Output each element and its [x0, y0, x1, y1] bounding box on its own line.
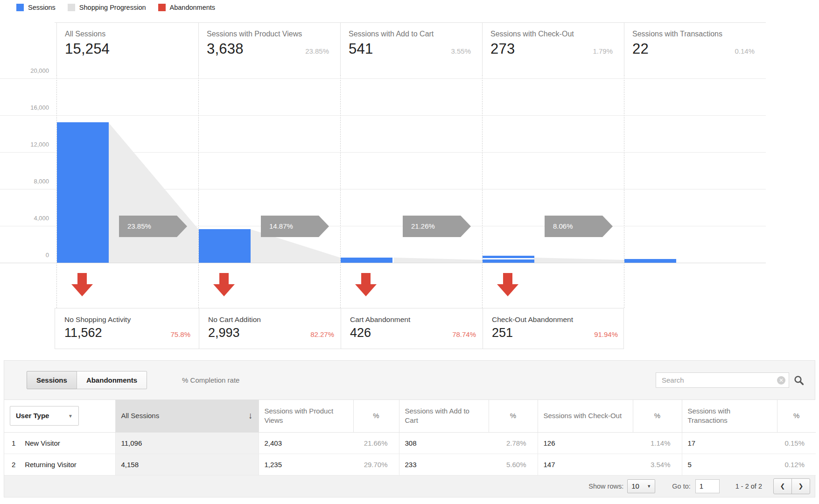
- progression-chip: 21.26%: [403, 216, 471, 237]
- checkout-cell: 147: [538, 454, 633, 475]
- stage-card-label: Sessions with Transactions: [632, 30, 755, 38]
- abandonments-swatch-icon: [158, 4, 166, 11]
- column-divider: [340, 22, 341, 75]
- search-clear-icon[interactable]: ✕: [777, 376, 785, 385]
- next-page-button[interactable]: ❯: [791, 478, 810, 494]
- gridline: [0, 115, 766, 116]
- show-rows-select[interactable]: 10 ▼: [627, 479, 655, 493]
- column-divider: [482, 22, 483, 75]
- stage-card-value: 541: [349, 41, 373, 57]
- stage-card-value: 22: [632, 41, 649, 57]
- abandonment-card-percent: 78.74%: [452, 330, 476, 338]
- abandonment-card-cart: Cart Abandonment 426 78.74%: [350, 315, 476, 340]
- abandonment-card-label: Cart Abandonment: [350, 315, 476, 324]
- search-input[interactable]: [656, 372, 789, 388]
- add-to-cart-cell: 233: [399, 454, 489, 475]
- checkout-pct-cell: 3.54%: [633, 454, 682, 475]
- stage-card-value: 3,638: [207, 41, 244, 57]
- product-views-cell: 1,235: [259, 454, 353, 475]
- abandonment-card-label: Check-Out Abandonment: [492, 315, 618, 324]
- stage-card-value: 15,254: [65, 41, 110, 57]
- stage-card-transactions: Sessions with Transactions 22 0.14%: [632, 30, 755, 57]
- gridline: [0, 152, 766, 153]
- table-row: 2 Returning Visitor 4,158 1,235 29.70% 2…: [4, 454, 816, 475]
- table-pagination: Show rows: 10 ▼ Go to: 1 - 2 of 2 ❮ ❯: [4, 476, 815, 497]
- user-type-table: User Type ▼ All Sessions ↓ Sessions with…: [4, 400, 816, 476]
- abandonment-card-label: No Shopping Activity: [64, 315, 190, 324]
- abandonment-arrow-icon: [497, 273, 518, 296]
- legend-label: Abandonments: [170, 4, 216, 11]
- goto-label: Go to:: [672, 483, 691, 490]
- column-dashed-line: [198, 75, 199, 308]
- user-type-cell: 2 Returning Visitor: [4, 454, 115, 475]
- bar-product-views[interactable]: [199, 229, 251, 263]
- column-header-checkout[interactable]: Sessions with Check-Out: [538, 400, 633, 432]
- user-type-dropdown[interactable]: User Type ▼: [10, 406, 79, 426]
- abandonment-card-percent: 82.27%: [310, 330, 334, 338]
- user-type-value: New Visitor: [25, 439, 60, 447]
- stage-card-value: 273: [490, 41, 515, 57]
- all-sessions-cell: 11,096: [115, 432, 259, 454]
- tab-sessions[interactable]: Sessions: [27, 371, 77, 389]
- bar-checkout[interactable]: [483, 259, 534, 263]
- card-divider: [341, 308, 341, 349]
- progression-chip: 8.06%: [545, 216, 613, 237]
- goto-page-input[interactable]: [695, 479, 720, 493]
- bar-checkout-upper[interactable]: [483, 256, 534, 258]
- abandonment-card-no-shopping: No Shopping Activity 11,562 75.8%: [64, 315, 190, 340]
- bar-transactions[interactable]: [624, 259, 676, 263]
- bar-add-to-cart[interactable]: [341, 258, 392, 263]
- stage-card-label: Sessions with Add to Cart: [349, 30, 471, 38]
- stage-card-all-sessions: All Sessions 15,254: [65, 30, 187, 57]
- column-header-transactions[interactable]: Sessions with Transactions: [682, 400, 777, 432]
- table-toolbar: Sessions Abandonments % Completion rate …: [4, 361, 815, 400]
- stage-card-add-to-cart: Sessions with Add to Cart 541 3.55%: [349, 30, 471, 57]
- chevron-down-icon: ▼: [647, 484, 651, 489]
- abandonment-cards: No Shopping Activity 11,562 75.8% No Car…: [55, 308, 624, 349]
- bar-all-sessions[interactable]: [57, 122, 109, 263]
- gridline: [0, 78, 766, 79]
- column-header-percent[interactable]: %: [633, 400, 682, 432]
- search-box: ✕: [656, 372, 805, 388]
- column-header-percent[interactable]: %: [353, 400, 399, 432]
- chevron-down-icon: ▼: [68, 413, 73, 420]
- abandonment-card-label: No Cart Addition: [208, 315, 334, 324]
- legend-item-shopping-progression: Shopping Progression: [68, 4, 146, 11]
- shopping-progression-swatch-icon: [68, 4, 75, 11]
- column-header-all-sessions[interactable]: All Sessions ↓: [115, 400, 259, 432]
- chart-legend: Sessions Shopping Progression Abandonmen…: [16, 4, 215, 11]
- column-header-add-to-cart[interactable]: Sessions with Add to Cart: [399, 400, 489, 432]
- progression-chip: 23.85%: [119, 216, 187, 237]
- sessions-swatch-icon: [16, 4, 24, 11]
- column-header-label: All Sessions: [121, 411, 160, 420]
- transactions-cell: 17: [682, 432, 777, 454]
- previous-page-button[interactable]: ❮: [773, 478, 792, 494]
- tab-abandonments[interactable]: Abandonments: [77, 371, 147, 389]
- search-icon[interactable]: [793, 375, 805, 386]
- y-axis-tick: 20,000: [0, 67, 49, 74]
- stage-card-percent: 1.79%: [593, 47, 613, 55]
- gridline: [0, 226, 766, 226]
- column-divider: [56, 22, 57, 75]
- abandonment-card-value: 251: [492, 326, 513, 340]
- add-to-cart-cell: 308: [399, 432, 489, 454]
- column-header-product-views[interactable]: Sessions with Product Views: [259, 400, 353, 432]
- abandonment-card-no-cart: No Cart Addition 2,993 82.27%: [208, 315, 334, 340]
- add-to-cart-pct-cell: 2.78%: [489, 432, 538, 454]
- abandonment-arrow-icon: [355, 273, 377, 296]
- column-dashed-line: [624, 75, 624, 308]
- column-header-percent[interactable]: %: [777, 400, 816, 432]
- show-rows-value: 10: [631, 482, 639, 490]
- sort-descending-icon: ↓: [248, 410, 253, 422]
- completion-rate-label[interactable]: % Completion rate: [182, 376, 239, 384]
- abandonment-arrow-icon: [213, 273, 235, 296]
- transactions-pct-cell: 0.15%: [777, 432, 816, 454]
- card-divider: [483, 308, 483, 349]
- chart-top-border: [55, 22, 766, 23]
- card-divider: [199, 308, 199, 349]
- column-divider: [624, 22, 624, 75]
- column-header-percent[interactable]: %: [489, 400, 538, 432]
- y-axis-tick: 4,000: [0, 215, 49, 222]
- row-range-label: 1 - 2 of 2: [735, 483, 762, 490]
- transactions-pct-cell: 0.12%: [777, 454, 816, 475]
